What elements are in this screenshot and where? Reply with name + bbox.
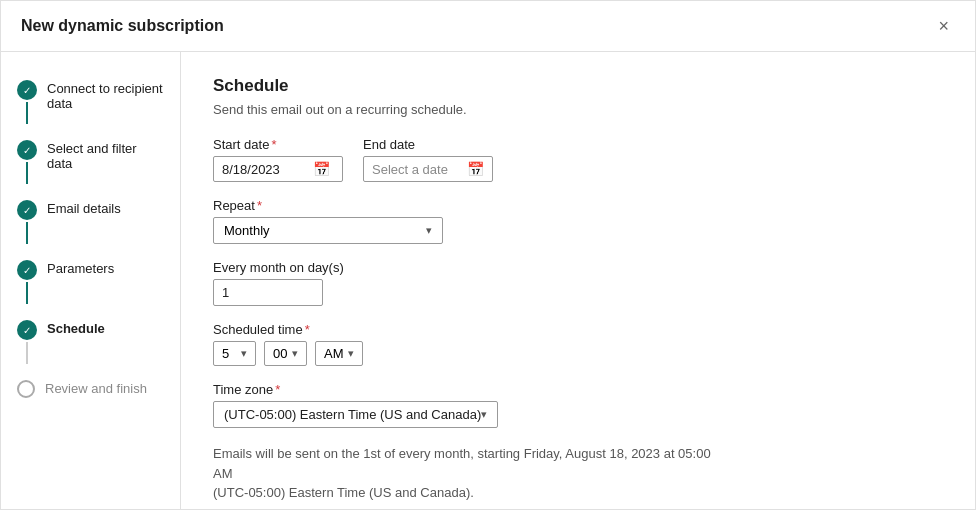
start-date-group: Start date* 📅 [213, 137, 343, 182]
minute-chevron-icon: ▾ [292, 347, 298, 360]
every-month-label: Every month on day(s) [213, 260, 344, 275]
minute-select[interactable]: 00153045 [273, 346, 288, 361]
sidebar-item-parameters[interactable]: ✓ Parameters [1, 252, 180, 312]
timezone-group: Time zone* (UTC-05:00) Eastern Time (US … [213, 382, 498, 428]
repeat-group: Repeat* Daily Weekly Monthly Yearly ▾ [213, 198, 443, 244]
end-date-input[interactable]: Select a date 📅 [363, 156, 493, 182]
step-circle-connect: ✓ [17, 80, 37, 100]
modal-body: ✓ Connect to recipient data ✓ Select and… [1, 52, 975, 509]
modal-container: New dynamic subscription × ✓ Connect to … [0, 0, 976, 510]
minute-select-wrap[interactable]: 00153045 ▾ [264, 341, 307, 366]
timezone-label: Time zone* [213, 382, 498, 397]
ampm-select[interactable]: AMPM [324, 346, 344, 361]
summary-text: Emails will be sent on the 1st of every … [213, 444, 713, 503]
checkmark-icon-5: ✓ [23, 325, 31, 336]
step-circle-email: ✓ [17, 200, 37, 220]
time-selects: 1234 5678 9101112 ▾ 00153045 ▾ [213, 341, 363, 366]
chevron-down-icon: ▾ [426, 224, 432, 237]
step-circle-select: ✓ [17, 140, 37, 160]
calendar-icon-start[interactable]: 📅 [313, 161, 330, 177]
start-date-label: Start date* [213, 137, 343, 152]
checkmark-icon-4: ✓ [23, 265, 31, 276]
step-line-3 [26, 222, 28, 244]
sidebar-item-schedule[interactable]: ✓ Schedule [1, 312, 180, 372]
step-line-2 [26, 162, 28, 184]
step-label-select: Select and filter data [47, 140, 164, 171]
step-label-schedule: Schedule [47, 320, 105, 336]
step-label-parameters: Parameters [47, 260, 114, 276]
step-circle-parameters: ✓ [17, 260, 37, 280]
calendar-icon-end[interactable]: 📅 [467, 161, 484, 177]
timezone-value: (UTC-05:00) Eastern Time (US and Canada) [224, 407, 481, 422]
checkmark-icon-2: ✓ [23, 145, 31, 156]
repeat-label: Repeat* [213, 198, 443, 213]
date-row: Start date* 📅 End date Select a date 📅 [213, 137, 943, 182]
step-circle-schedule: ✓ [17, 320, 37, 340]
scheduled-time-label: Scheduled time* [213, 322, 363, 337]
timezone-chevron-icon: ▾ [481, 408, 487, 421]
sidebar: ✓ Connect to recipient data ✓ Select and… [1, 52, 181, 509]
end-date-label: End date [363, 137, 493, 152]
step-label-review: Review and finish [45, 380, 147, 396]
step-indicator-schedule: ✓ [17, 320, 37, 364]
hour-select[interactable]: 1234 5678 9101112 [222, 346, 237, 361]
scheduled-time-group: Scheduled time* 1234 5678 9101112 ▾ [213, 322, 363, 366]
every-month-group: Every month on day(s) [213, 260, 344, 306]
every-month-row: Every month on day(s) [213, 260, 943, 306]
repeat-select-wrap[interactable]: Daily Weekly Monthly Yearly ▾ [213, 217, 443, 244]
timezone-row: Time zone* (UTC-05:00) Eastern Time (US … [213, 382, 943, 428]
sidebar-item-select[interactable]: ✓ Select and filter data [1, 132, 180, 192]
ampm-select-wrap[interactable]: AMPM ▾ [315, 341, 363, 366]
section-title: Schedule [213, 76, 943, 96]
step-indicator-connect: ✓ [17, 80, 37, 124]
step-indicator-email: ✓ [17, 200, 37, 244]
step-label-connect: Connect to recipient data [47, 80, 164, 111]
close-button[interactable]: × [932, 15, 955, 37]
section-description: Send this email out on a recurring sched… [213, 102, 943, 117]
sidebar-item-email[interactable]: ✓ Email details [1, 192, 180, 252]
timezone-select-wrap[interactable]: (UTC-05:00) Eastern Time (US and Canada)… [213, 401, 498, 428]
main-content: Schedule Send this email out on a recurr… [181, 52, 975, 509]
sidebar-item-connect[interactable]: ✓ Connect to recipient data [1, 72, 180, 132]
step-indicator-parameters: ✓ [17, 260, 37, 304]
ampm-chevron-icon: ▾ [348, 347, 354, 360]
end-date-group: End date Select a date 📅 [363, 137, 493, 182]
step-indicator-review [17, 380, 35, 398]
hour-chevron-icon: ▾ [241, 347, 247, 360]
step-indicator-select: ✓ [17, 140, 37, 184]
checkmark-icon: ✓ [23, 85, 31, 96]
repeat-select[interactable]: Daily Weekly Monthly Yearly [224, 223, 426, 238]
every-month-input[interactable] [213, 279, 323, 306]
start-date-input[interactable]: 📅 [213, 156, 343, 182]
modal-title: New dynamic subscription [21, 17, 224, 35]
step-line-5 [26, 342, 28, 364]
start-date-field[interactable] [222, 162, 307, 177]
step-line-4 [26, 282, 28, 304]
step-circle-review [17, 380, 35, 398]
step-line-1 [26, 102, 28, 124]
modal-header: New dynamic subscription × [1, 1, 975, 52]
step-label-email: Email details [47, 200, 121, 216]
scheduled-time-row: Scheduled time* 1234 5678 9101112 ▾ [213, 322, 943, 366]
repeat-row: Repeat* Daily Weekly Monthly Yearly ▾ [213, 198, 943, 244]
sidebar-item-review[interactable]: Review and finish [1, 372, 180, 406]
hour-select-wrap[interactable]: 1234 5678 9101112 ▾ [213, 341, 256, 366]
checkmark-icon-3: ✓ [23, 205, 31, 216]
end-date-placeholder: Select a date [372, 162, 461, 177]
